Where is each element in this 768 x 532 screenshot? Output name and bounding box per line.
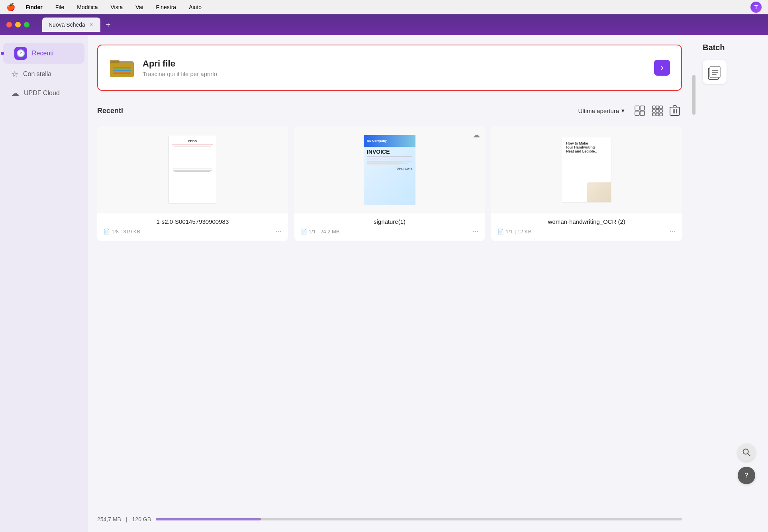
file-page-icon-1: 📄 <box>301 229 307 235</box>
file-thumbnail-1: ☁ NS Company INVOICE <box>294 126 485 213</box>
tab-title: Nuova Scheda <box>49 22 85 28</box>
recenti-filter-button[interactable]: Ultima apertura ▾ <box>578 107 625 114</box>
open-file-subtitle: Trascina qui il file per aprirlo <box>143 70 646 77</box>
bottom-bar: 254,7 MB | 120 GB <box>97 508 682 522</box>
file-info-0: 1-s2.0-S001457930900983 📄 1/8 | 319 KB ·… <box>97 213 288 241</box>
file-card-1[interactable]: ☁ NS Company INVOICE <box>294 126 485 241</box>
app-container: 🕐 Recenti ☆ Con stella ☁ UPDF Cloud <box>0 35 768 532</box>
con-stella-icon: ☆ <box>11 69 18 79</box>
tab-bar: Nuova Scheda ✕ + <box>42 18 762 32</box>
batch-documents-button[interactable] <box>703 60 727 84</box>
view-controls <box>633 104 682 118</box>
tab-nuova-scheda[interactable]: Nuova Scheda ✕ <box>42 18 100 32</box>
cloud-upload-icon: ☁ <box>473 131 480 139</box>
svg-rect-12 <box>660 106 662 109</box>
file-separator-2: | <box>514 229 515 235</box>
svg-rect-14 <box>656 110 659 112</box>
open-file-arrow-button[interactable]: › <box>654 60 670 76</box>
file-meta-2: 📄 1/1 | 12 KB ··· <box>498 227 676 236</box>
menubar-aiuto[interactable]: Aiuto <box>186 3 204 11</box>
file-options-0[interactable]: ··· <box>276 227 282 236</box>
sidebar-item-updf-cloud[interactable]: ☁ UPDF Cloud <box>3 84 84 102</box>
file-options-2[interactable]: ··· <box>670 227 676 236</box>
close-window-button[interactable] <box>6 22 12 27</box>
minimize-window-button[interactable] <box>15 22 21 27</box>
file-pages-2: 1/1 <box>505 229 513 235</box>
file-meta-left-0: 📄 1/8 | 319 KB <box>104 229 140 235</box>
menubar-finestra[interactable]: Finestra <box>154 3 179 11</box>
apple-menu[interactable]: 🍎 <box>6 3 15 12</box>
file-size-1: 24,2 MB <box>320 229 339 235</box>
menubar-app-name[interactable]: Finder <box>23 3 45 11</box>
sidebar-item-recenti[interactable]: 🕐 Recenti <box>3 43 84 64</box>
grid-small-view-button[interactable] <box>650 104 664 118</box>
updf-cloud-icon: ☁ <box>11 88 19 98</box>
recenti-icon: 🕐 <box>14 47 27 60</box>
trash-button[interactable] <box>668 104 682 118</box>
open-file-title: Apri file <box>143 59 646 69</box>
sidebar-label-updf-cloud: UPDF Cloud <box>24 90 60 97</box>
file-separator-0: | <box>120 229 121 235</box>
floating-actions: ? <box>738 444 755 484</box>
file-name-1: signature(1) <box>301 218 479 225</box>
help-float-button[interactable]: ? <box>738 467 755 484</box>
svg-rect-16 <box>652 113 655 116</box>
recenti-header: Recenti Ultima apertura ▾ <box>97 104 682 118</box>
tab-close-button[interactable]: ✕ <box>88 21 94 28</box>
recenti-section-title: Recenti <box>97 107 578 115</box>
scroll-thumb <box>692 75 696 115</box>
file-page-icon-2: 📄 <box>498 229 504 235</box>
storage-used: 254,7 MB <box>97 516 121 522</box>
file-thumbnail-0: FEBS <box>97 126 288 213</box>
file-card-2[interactable]: How to Make!our HandwritingNeat and Legi… <box>491 126 682 241</box>
batch-title: Batch <box>703 43 762 52</box>
menubar-vai[interactable]: Vai <box>133 3 145 11</box>
sidebar-item-recenti-wrapper: 🕐 Recenti <box>0 43 88 64</box>
browser-chrome: Nuova Scheda ✕ + <box>0 14 768 35</box>
sidebar: 🕐 Recenti ☆ Con stella ☁ UPDF Cloud <box>0 35 88 532</box>
svg-rect-6 <box>635 106 639 110</box>
file-options-1[interactable]: ··· <box>472 227 478 236</box>
svg-rect-9 <box>640 111 645 115</box>
file-pages-0: 1/8 <box>112 229 119 235</box>
open-file-box[interactable]: Apri file Trascina qui il file per aprir… <box>97 45 682 91</box>
svg-rect-17 <box>656 113 659 116</box>
grid-large-view-button[interactable] <box>633 104 647 118</box>
arrow-right-icon: › <box>660 63 663 72</box>
file-pages-1: 1/1 <box>309 229 316 235</box>
new-tab-button[interactable]: + <box>104 20 113 30</box>
active-indicator <box>1 52 4 55</box>
svg-rect-10 <box>652 106 655 109</box>
menubar-file[interactable]: File <box>53 3 67 11</box>
menubar-vista[interactable]: Vista <box>108 3 125 11</box>
storage-fill <box>156 518 261 520</box>
file-meta-left-1: 📄 1/1 | 24,2 MB <box>301 229 340 235</box>
file-grid: FEBS <box>97 126 682 241</box>
file-separator-1: | <box>317 229 319 235</box>
sidebar-label-con-stella: Con stella <box>23 70 51 78</box>
traffic-lights <box>6 22 29 27</box>
user-avatar[interactable]: T <box>750 2 762 13</box>
sidebar-label-recenti: Recenti <box>32 50 53 57</box>
svg-rect-7 <box>640 106 645 110</box>
pdf-preview-invoice: NS Company INVOICE <box>364 135 415 205</box>
search-float-button[interactable] <box>738 444 755 461</box>
file-thumbnail-2: How to Make!our HandwritingNeat and Legi… <box>491 126 682 213</box>
batch-panel: Batch ? <box>696 35 768 532</box>
file-info-2: woman-handwriting_OCR (2) 📄 1/1 | 12 KB … <box>491 213 682 241</box>
menubar-modifica[interactable]: Modifica <box>74 3 100 11</box>
svg-rect-18 <box>660 113 662 116</box>
svg-rect-5 <box>113 72 131 74</box>
open-file-text: Apri file Trascina qui il file per aprir… <box>143 59 646 77</box>
sidebar-item-con-stella[interactable]: ☆ Con stella <box>3 65 84 83</box>
storage-track <box>156 518 682 520</box>
folder-icon <box>109 55 135 80</box>
svg-rect-4 <box>113 70 131 71</box>
filter-label: Ultima apertura <box>578 108 619 114</box>
maximize-window-button[interactable] <box>24 22 29 27</box>
file-info-1: signature(1) 📄 1/1 | 24,2 MB ··· <box>294 213 485 241</box>
file-name-2: woman-handwriting_OCR (2) <box>498 218 676 225</box>
file-size-2: 12 KB <box>517 229 531 235</box>
file-card-0[interactable]: FEBS <box>97 126 288 241</box>
vertical-scrollbar[interactable] <box>692 35 696 532</box>
